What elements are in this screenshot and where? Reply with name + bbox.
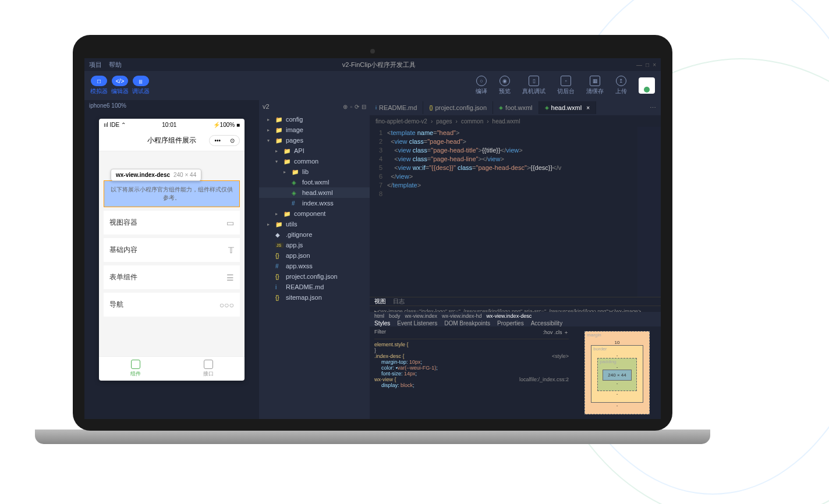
new-folder-icon[interactable]: ▫ <box>350 104 352 110</box>
laptop-mockup: 项目 帮助 v2-FinClip小程序开发工具 — □ × □模拟器 </>编辑… <box>35 35 710 466</box>
file-explorer: v2 ⊕ ▫ ⟳ ⊟ ▸📁config▸📁image▾📁pages▸📁API▾📁… <box>259 100 370 419</box>
menu-icon: ☰ <box>226 273 234 282</box>
file-tree-item[interactable]: ◈foot.wxml <box>259 177 370 187</box>
file-tree-item[interactable]: JSapp.js <box>259 240 370 250</box>
tab-api[interactable]: 接口 <box>172 357 245 381</box>
menu-help[interactable]: 帮助 <box>109 61 122 69</box>
phone-simulator: ııl IDE ⌃ 10:01 ⚡100% ■ 小程序组件展示 •••⊙ wx-… <box>99 119 245 381</box>
event-listeners-tab[interactable]: Event Listeners <box>397 320 437 326</box>
mode-debugger[interactable]: ⫼调试器 <box>132 76 150 95</box>
dev-tab-view[interactable]: 视图 <box>374 297 386 306</box>
inspected-element: 以下将展示小程序官方组件能力，组件样式仅供参考。 <box>104 180 240 207</box>
editor-tabs: iREADME.md {}project.config.json ◈foot.w… <box>370 100 661 115</box>
window-title: v2-FinClip小程序开发工具 <box>342 61 416 69</box>
close-icon[interactable]: × <box>653 62 656 68</box>
devtools: 视图 日志 ▸<wx-image class="index-logo" src=… <box>370 297 661 419</box>
maximize-icon[interactable]: □ <box>646 62 649 68</box>
code-editor[interactable]: 12345678 <template name="head"> <view cl… <box>370 127 661 297</box>
file-tree-item[interactable]: ▾📁pages <box>259 135 370 145</box>
list-item[interactable]: 导航○○○ <box>104 293 240 317</box>
styles-tab[interactable]: Styles <box>374 320 390 326</box>
status-time: 10:01 <box>162 122 176 128</box>
container-icon: ▭ <box>226 218 234 228</box>
dom-tree[interactable]: ▸<wx-image class="index-logo" src="../re… <box>370 306 661 312</box>
mode-editor[interactable]: </>编辑器 <box>111 76 129 95</box>
file-tree-item[interactable]: {}sitemap.json <box>259 292 370 303</box>
menubar: 项目 帮助 v2-FinClip小程序开发工具 — □ × <box>84 58 661 71</box>
menu-project[interactable]: 项目 <box>89 61 102 69</box>
simulator-panel: iphone6 100% ııl IDE ⌃ 10:01 ⚡100% ■ 小程序… <box>84 100 259 419</box>
project-root: v2 <box>263 103 270 110</box>
mode-simulator[interactable]: □模拟器 <box>90 76 108 95</box>
ide-screen: 项目 帮助 v2-FinClip小程序开发工具 — □ × □模拟器 </>编辑… <box>84 58 661 419</box>
inspector-tooltip: wx-view.index-desc240 × 44 <box>111 169 201 181</box>
action-cache[interactable]: ▦清缓存 <box>586 76 604 95</box>
file-tree-item[interactable]: #app.wxss <box>259 261 370 271</box>
tab-more-icon[interactable]: ⋯ <box>645 104 661 112</box>
capsule-button[interactable]: •••⊙ <box>209 135 240 146</box>
minimize-icon[interactable]: — <box>636 62 642 68</box>
file-tree-item[interactable]: {}app.json <box>259 250 370 261</box>
tab-readme[interactable]: iREADME.md <box>370 101 423 114</box>
file-tree-item[interactable]: ▸📁config <box>259 114 370 125</box>
file-tree-item[interactable]: ◈head.wxml <box>259 187 370 198</box>
text-icon: 𝕋 <box>228 246 234 255</box>
list-item[interactable]: 视图容器▭ <box>104 211 240 235</box>
status-signal: ııl IDE ⌃ <box>104 122 126 128</box>
action-preview[interactable]: ◉预览 <box>499 76 511 95</box>
action-remote[interactable]: ▯真机调试 <box>522 76 545 95</box>
box-model: margin10 border- padding- 240 × 44 - - - <box>573 326 661 419</box>
dom-breakpoints-tab[interactable]: DOM Breakpoints <box>444 320 490 326</box>
properties-tab[interactable]: Properties <box>497 320 524 326</box>
avatar[interactable] <box>639 77 655 94</box>
accessibility-tab[interactable]: Accessibility <box>531 320 562 326</box>
file-tree-item[interactable]: ▸📁component <box>259 208 370 219</box>
editor-panel: iREADME.md {}project.config.json ◈foot.w… <box>370 100 661 419</box>
tab-head-wxml[interactable]: ◈head.wxml× <box>539 101 596 114</box>
file-tree-item[interactable]: iREADME.md <box>259 282 370 292</box>
more-icon: ○○○ <box>219 300 234 310</box>
file-tree-item[interactable]: ◆.gitignore <box>259 229 370 240</box>
new-file-icon[interactable]: ⊕ <box>343 104 348 110</box>
file-tree-item[interactable]: {}project.config.json <box>259 271 370 282</box>
page-title: 小程序组件展示 <box>147 136 196 145</box>
tab-component[interactable]: 组件 <box>99 357 172 381</box>
file-tree-item[interactable]: #index.wxss <box>259 198 370 208</box>
action-upload[interactable]: ↥上传 <box>615 76 627 95</box>
device-info: iphone6 100% <box>84 100 259 113</box>
refresh-icon[interactable]: ⟳ <box>355 104 359 110</box>
close-icon[interactable]: × <box>586 105 590 111</box>
file-tree-item[interactable]: ▸📁image <box>259 125 370 135</box>
dev-tab-log[interactable]: 日志 <box>393 297 405 306</box>
tab-foot-wxml[interactable]: ◈foot.wxml <box>493 101 539 114</box>
file-tree-item[interactable]: ▸📁lib <box>259 166 370 177</box>
file-tree-item[interactable]: ▸📁API <box>259 145 370 156</box>
status-battery: ⚡100% ■ <box>213 122 240 128</box>
list-item[interactable]: 表单组件☰ <box>104 265 240 289</box>
action-compile[interactable]: ○编译 <box>476 76 487 95</box>
minimap[interactable] <box>637 127 661 297</box>
styles-panel[interactable]: Filter:hov .cls ＋ element.style { } .ind… <box>370 326 573 419</box>
list-item[interactable]: 基础内容𝕋 <box>104 238 240 262</box>
tab-project-config[interactable]: {}project.config.json <box>423 101 493 114</box>
breadcrumb: fino-applet-demo-v2›pages›common›head.wx… <box>370 115 661 127</box>
file-tree-item[interactable]: ▾📁common <box>259 156 370 166</box>
toolbar: □模拟器 </>编辑器 ⫼调试器 ○编译 ◉预览 ▯真机调试 ▫切后台 ▦清缓存… <box>84 71 661 100</box>
file-tree-item[interactable]: ▸📁utils <box>259 219 370 229</box>
action-background[interactable]: ▫切后台 <box>557 76 575 95</box>
collapse-icon[interactable]: ⊟ <box>362 104 366 110</box>
dom-breadcrumb[interactable]: htmlbodywx-view.indexwx-view.index-hdwx-… <box>370 312 661 320</box>
